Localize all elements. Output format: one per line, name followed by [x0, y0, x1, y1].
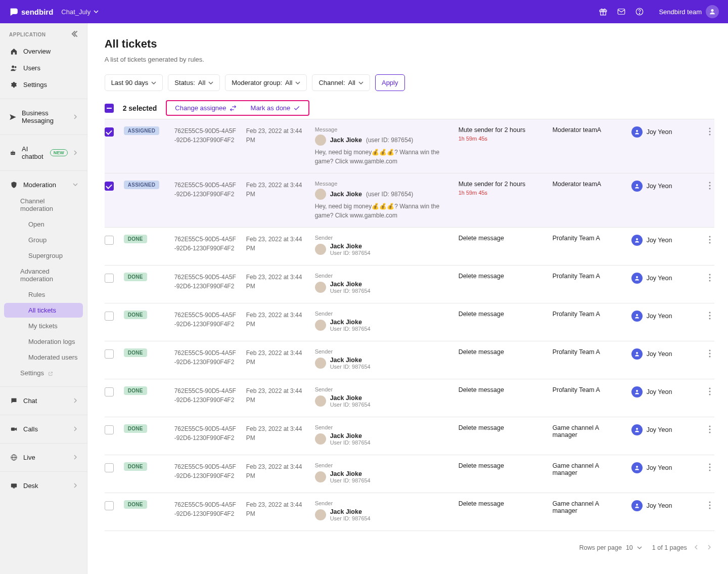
filter-date-range[interactable]: Last 90 days: [105, 74, 163, 91]
row-menu-button[interactable]: [705, 386, 714, 395]
svg-point-39: [636, 314, 638, 316]
sidebar-sub-open[interactable]: Open: [0, 217, 87, 232]
sidebar-sub-advanced-moderation[interactable]: Advanced moderation: [0, 264, 87, 286]
ticket-row: DONE 762E55C5-90D5-4A5F-92D6-1230F990F4F…: [105, 455, 714, 493]
assignee-avatar-icon: [631, 181, 643, 192]
change-assignee-button[interactable]: Change assignee: [175, 104, 236, 112]
filter-moderator-group[interactable]: Moderator group: All: [225, 74, 307, 91]
row-menu-button[interactable]: [705, 235, 714, 244]
sidebar-item-ai-chatbot[interactable]: AI chatbot NEW: [0, 141, 87, 164]
row-checkbox[interactable]: [105, 425, 114, 434]
svg-point-41: [709, 315, 710, 317]
page-subtitle: A list of tickets generated by rules.: [105, 56, 714, 63]
sidebar-sub-moderation-logs[interactable]: Moderation logs: [0, 334, 87, 349]
sidebar-item-label: Business Messaging: [22, 109, 68, 124]
sidebar-item-live[interactable]: Live: [0, 450, 87, 465]
mail-icon[interactable]: [616, 7, 626, 17]
row-menu-button[interactable]: [705, 500, 714, 509]
prev-page-button[interactable]: [694, 544, 699, 551]
row-checkbox[interactable]: [105, 312, 114, 321]
svg-point-53: [709, 429, 710, 430]
team-menu[interactable]: Sendbird team: [659, 5, 719, 18]
svg-point-59: [636, 504, 638, 506]
row-menu-button[interactable]: [705, 311, 714, 320]
row-checkbox[interactable]: [105, 349, 114, 359]
main-content: All tickets A list of tickets generated …: [87, 23, 728, 574]
row-checkbox[interactable]: [105, 127, 114, 137]
row-checkbox[interactable]: [105, 274, 114, 283]
check-icon: [293, 105, 300, 112]
filter-label: Channel:: [318, 79, 345, 86]
filter-value: All: [198, 79, 205, 86]
action-timer: 1h 59m 45s: [459, 190, 544, 196]
select-all-checkbox[interactable]: [105, 104, 114, 113]
selected-count: 2 selected: [123, 104, 157, 112]
mark-as-done-button[interactable]: Mark as done: [251, 104, 301, 112]
apply-filters-button[interactable]: Apply: [375, 74, 405, 91]
rows-per-page[interactable]: Rows per page 10: [579, 544, 642, 551]
row-checkbox[interactable]: [105, 236, 114, 245]
sidebar-sub-my-tickets[interactable]: My tickets: [0, 319, 87, 333]
cell-sender: Sender Jack Jioke User ID: 987654: [315, 311, 450, 334]
mark-done-label: Mark as done: [251, 104, 291, 112]
cell-date: Feb 23, 2022 at 3:44 PM: [246, 500, 307, 518]
row-checkbox[interactable]: [105, 387, 114, 396]
cell-action: Delete message: [459, 273, 544, 280]
page-title: All tickets: [105, 37, 714, 51]
sidebar-sub-moderated-users[interactable]: Moderated users: [0, 350, 87, 365]
sidebar-sub-all-tickets[interactable]: All tickets: [4, 303, 83, 318]
sidebar-item-overview[interactable]: Overview: [0, 43, 87, 59]
sidebar-item-calls[interactable]: Calls: [0, 421, 87, 437]
cell-assignee: Joy Yeon: [631, 235, 697, 246]
svg-point-40: [709, 312, 710, 314]
sidebar-item-label: Settings: [23, 81, 47, 89]
row-menu-button[interactable]: [705, 273, 714, 282]
app-switcher-label: Chat_July: [61, 8, 90, 16]
row-menu-button[interactable]: [705, 424, 714, 433]
sidebar-item-label: Moderation: [23, 181, 56, 189]
row-menu-button[interactable]: [705, 462, 714, 471]
change-assignee-label: Change assignee: [175, 104, 226, 112]
cell-assignee: Joy Yeon: [631, 386, 697, 398]
sidebar-sub-supergroup[interactable]: Supergroup: [0, 248, 87, 263]
sidebar-sub-channel-moderation[interactable]: Channel moderation: [0, 194, 87, 216]
cell-message: Message Jack Jioke (user ID: 987654) Hey…: [315, 181, 450, 220]
assignee-name: Joy Yeon: [647, 502, 672, 509]
row-checkbox[interactable]: [105, 182, 114, 191]
svg-point-51: [636, 428, 638, 430]
next-page-button[interactable]: [706, 544, 711, 551]
sidebar-item-desk[interactable]: Desk: [0, 478, 87, 494]
send-icon: [9, 113, 17, 121]
chevron-down-icon: [208, 80, 213, 85]
sidebar-item-users[interactable]: Users: [0, 60, 87, 76]
brand-logo[interactable]: sendbird: [9, 7, 53, 16]
chevron-down-icon: [358, 80, 363, 85]
row-checkbox[interactable]: [105, 501, 114, 510]
row-menu-button[interactable]: [705, 181, 714, 190]
cell-ticket-id: 762E55C5-90D5-4A5F-92D6-1230F990F4F2: [174, 126, 238, 145]
row-menu-button[interactable]: [705, 126, 714, 136]
row-menu-button[interactable]: [705, 348, 714, 358]
ticket-row: ASSIGNED 762E55C5-90D5-4A5F-92D6-1230F99…: [105, 119, 714, 173]
chevron-right-icon: [73, 149, 78, 157]
sidebar-sub-group[interactable]: Group: [0, 233, 87, 247]
collapse-sidebar-icon[interactable]: [71, 30, 78, 38]
help-icon[interactable]: [634, 7, 645, 17]
filter-channel[interactable]: Channel: All: [312, 74, 370, 91]
sidebar-item-label: Desk: [23, 482, 38, 490]
sidebar-item-moderation[interactable]: Moderation: [0, 177, 87, 193]
sidebar-item-settings[interactable]: Settings: [0, 77, 87, 93]
sidebar-item-label: Overview: [23, 48, 51, 55]
app-switcher[interactable]: Chat_July: [61, 8, 99, 16]
svg-rect-20: [13, 488, 15, 489]
row-checkbox[interactable]: [105, 463, 114, 472]
sender-avatar: [315, 282, 326, 293]
gift-icon[interactable]: [598, 7, 608, 17]
cell-action: Mute sender for 2 hours 1h 59m 45s: [459, 126, 544, 142]
svg-point-32: [709, 236, 710, 238]
sidebar-sub-mod-settings[interactable]: Settings: [0, 366, 87, 380]
sidebar-item-business-messaging[interactable]: Business Messaging: [0, 105, 87, 128]
sidebar-sub-rules[interactable]: Rules: [0, 287, 87, 302]
filter-status[interactable]: Status: All: [168, 74, 220, 91]
sidebar-item-chat[interactable]: Chat: [0, 393, 87, 409]
